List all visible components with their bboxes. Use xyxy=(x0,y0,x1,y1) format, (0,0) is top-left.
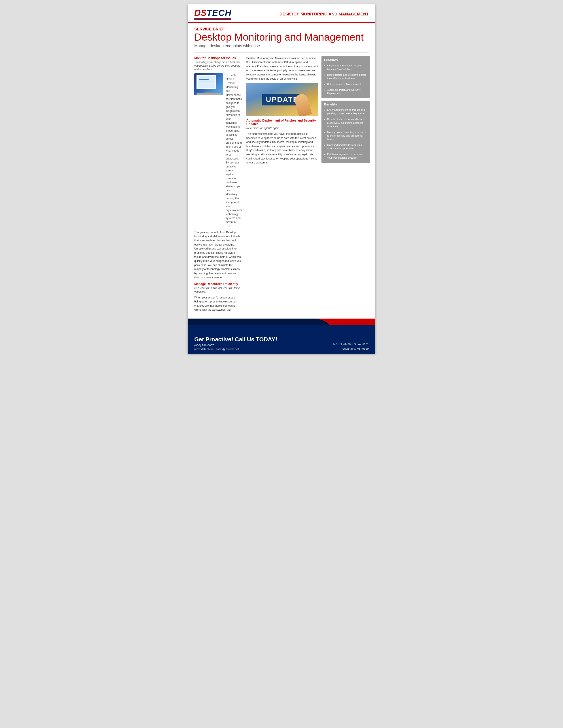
logo: DSTECH xyxy=(194,8,231,20)
service-label: SERVICE BRIEF xyxy=(194,27,369,32)
footer-content: Get Proactive! Call Us TODAY! (906) 786-… xyxy=(188,333,375,354)
logo-tech: TECH xyxy=(207,8,231,18)
list-item: Detect issues and problems before they a… xyxy=(324,72,368,81)
logo-blue-bar xyxy=(194,19,231,20)
header-title-black: AND MANAGEMENT xyxy=(328,12,369,16)
list-item: Automatic Patch and Security Deployment xyxy=(324,87,368,96)
service-bold: SERVICE xyxy=(194,27,212,31)
footer-address: 1431 North 26th Street #101 Escanaba, MI… xyxy=(333,342,369,351)
section1-body2: The greatest benefit of our Desktop Moni… xyxy=(194,230,242,280)
main-title-rest: and Management xyxy=(282,31,364,43)
section1-body1: DS Tech offers a Desktop Monitoring and … xyxy=(226,73,242,228)
footer-wave: Get Proactive! Call Us TODAY! (906) 786-… xyxy=(188,319,375,354)
footer-left: Get Proactive! Call Us TODAY! (906) 786-… xyxy=(194,336,277,351)
section2-body: When your system's resources are being e… xyxy=(194,296,242,312)
monitor-float: DS Tech offers a Desktop Monitoring and … xyxy=(194,73,242,228)
monitor-line xyxy=(199,81,213,81)
monitor-keyboard xyxy=(196,93,221,95)
middle-column: Desktop Monitoring and Maintenance solut… xyxy=(246,56,322,314)
middle-body1: Desktop Monitoring and Maintenance solut… xyxy=(246,56,318,81)
update-image: UPDATE xyxy=(246,83,318,116)
content-area: Monitor Desktops for Issues Technology i… xyxy=(188,53,375,316)
middle-section-italic: Never miss an update again. xyxy=(246,126,318,130)
monitor-line xyxy=(199,79,209,80)
subtitle: Manage desktop endpoints with ease. xyxy=(194,44,369,48)
list-item: Manage your computing resources to bette… xyxy=(324,130,368,142)
section2-heading: Manage Resources Efficiently xyxy=(194,282,242,286)
footer-web: www.dstech.net| sales@dstech.net xyxy=(194,347,277,351)
benefits-title: Benefits xyxy=(324,102,368,106)
monitor-lines xyxy=(199,78,214,82)
list-item: Insight into the function of your busine… xyxy=(324,63,368,71)
footer-cta: Get Proactive! Call Us TODAY! xyxy=(194,336,277,343)
features-box: Features Insight into the function of yo… xyxy=(322,56,370,99)
main-title: Desktop Monitoring and Management xyxy=(194,32,369,43)
main-title-red: Desktop Monitoring xyxy=(194,31,282,43)
header-title: DESKTOP MONITORING AND MANAGEMENT xyxy=(279,12,369,17)
features-title: Features xyxy=(324,58,368,62)
header-title-red: DESKTOP MONITORING xyxy=(279,12,328,16)
service-rest: BRIEF xyxy=(212,27,225,31)
list-item: Know about incoming threats and pending … xyxy=(324,107,368,116)
section2-italic: Use what you have, not what you think yo… xyxy=(194,286,242,294)
section1-italic: Technology isn't cheap, so it's best tha… xyxy=(194,60,242,71)
benefits-box-wrapper: Benefits Know about incoming threats and… xyxy=(322,101,370,163)
list-item: Better Resource Management xyxy=(324,82,368,86)
logo-ds: DS xyxy=(194,8,207,18)
list-item: Managed updates to keep your workstation… xyxy=(324,143,368,151)
header: DSTECH DESKTOP MONITORING AND MANAGEMENT xyxy=(188,4,375,23)
monitor-image xyxy=(194,73,223,95)
page: DSTECH DESKTOP MONITORING AND MANAGEMENT… xyxy=(188,4,375,354)
left-column: Monitor Desktops for Issues Technology i… xyxy=(194,56,246,314)
service-brief: SERVICE BRIEF Desktop Monitoring and Man… xyxy=(188,23,375,53)
benefits-list: Know about incoming threats and pending … xyxy=(324,107,368,160)
monitor-line xyxy=(199,78,213,78)
right-sidebar: Features Insight into the function of yo… xyxy=(322,56,370,314)
benefits-box: Benefits Know about incoming threats and… xyxy=(322,101,370,163)
list-item: Patch management to preserve your workst… xyxy=(324,152,368,160)
section1-heading: Monitor Desktops for Issues xyxy=(194,56,242,60)
logo-red-bar xyxy=(194,18,231,19)
middle-body2: The more workstations you have, the more… xyxy=(246,132,318,165)
features-list: Insight into the function of your busine… xyxy=(324,63,368,96)
middle-section-heading: Automatic Deployment of Patches and Secu… xyxy=(246,119,318,126)
footer-right: 1431 North 26th Street #101 Escanaba, MI… xyxy=(333,342,369,351)
list-item: Resolve these threats and issues proacti… xyxy=(324,117,368,129)
logo-text: DSTECH xyxy=(194,8,231,17)
footer-phone: (906) 786-0057 xyxy=(194,344,277,347)
